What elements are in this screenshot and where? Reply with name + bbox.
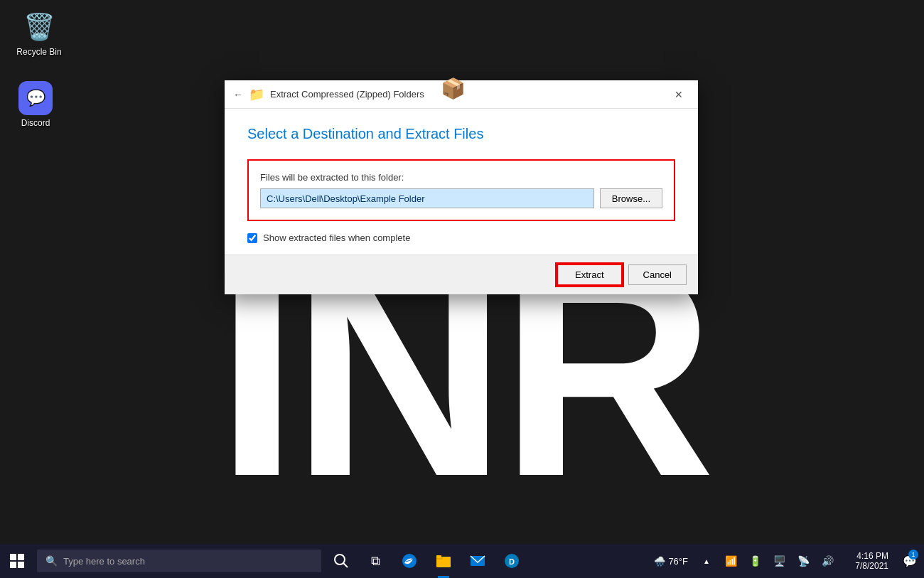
tray-battery[interactable]: 🔋 xyxy=(743,544,766,578)
show-extracted-label: Show extracted files when complete xyxy=(263,232,410,243)
taskbar-task-view[interactable]: ⧉ xyxy=(358,544,392,578)
svg-text:D: D xyxy=(509,557,515,566)
search-icon: 🔍 xyxy=(45,555,58,567)
system-tray: 🌧️ 76°F ▲ 📶 🔋 🖥️ 📡 🔊 4:16 PM 7/8/2021 💬 … xyxy=(648,544,924,578)
taskbar-file-explorer[interactable] xyxy=(426,544,461,578)
extract-dialog: ← 📁 Extract Compressed (Zipped) Folders … xyxy=(225,80,698,294)
path-input[interactable] xyxy=(260,188,594,208)
search-placeholder: Type here to search xyxy=(63,556,145,567)
recycle-bin-icon[interactable]: 🗑️ Recycle Bin xyxy=(11,7,68,60)
search-bar[interactable]: 🔍 Type here to search xyxy=(37,550,321,572)
folder-zip-icon: 📁 xyxy=(249,87,264,102)
notification-badge: 1 xyxy=(908,550,918,560)
discord-label: Discord xyxy=(21,118,50,128)
tray-network[interactable]: 📶 xyxy=(719,544,742,578)
recycle-bin-image: 🗑️ xyxy=(22,10,56,44)
close-button[interactable]: ✕ xyxy=(668,84,689,105)
extract-button[interactable]: Extract xyxy=(557,264,622,286)
taskbar-search-app[interactable] xyxy=(324,544,358,578)
notification-button[interactable]: 💬 1 xyxy=(898,544,921,578)
extract-path-box: Files will be extracted to this folder: … xyxy=(247,159,675,221)
discord-desktop-icon[interactable]: 💬 Discord xyxy=(7,78,64,131)
clock-time: 4:16 PM xyxy=(856,551,888,561)
recycle-bin-label: Recycle Bin xyxy=(16,47,61,57)
dialog-content: Select a Destination and Extract Files F… xyxy=(225,109,698,255)
cancel-button[interactable]: Cancel xyxy=(628,264,687,285)
desktop: INR 🗑️ Recycle Bin 💬 Discord 📦 ← 📁 Extra… xyxy=(0,0,924,578)
tray-display[interactable]: 🖥️ xyxy=(768,544,790,578)
show-extracted-row: Show extracted files when complete xyxy=(247,232,675,243)
weather-temp: 76°F xyxy=(668,556,688,567)
taskbar-dell[interactable]: D xyxy=(495,544,529,578)
show-extracted-checkbox[interactable] xyxy=(247,233,257,243)
dialog-footer: Extract Cancel xyxy=(225,255,698,294)
clock[interactable]: 4:16 PM 7/8/2021 xyxy=(840,544,897,578)
svg-rect-1 xyxy=(18,554,24,560)
taskbar-edge[interactable] xyxy=(392,544,426,578)
tray-wifi[interactable]: 📡 xyxy=(792,544,815,578)
back-arrow-icon[interactable]: ← xyxy=(233,89,243,100)
svg-rect-2 xyxy=(10,562,16,568)
taskbar-pinned: ⧉ xyxy=(324,544,529,578)
taskbar-mail[interactable] xyxy=(461,544,495,578)
tray-chevron[interactable]: ▲ xyxy=(695,544,718,578)
browse-button[interactable]: Browse... xyxy=(600,188,662,208)
dialog-heading: Select a Destination and Extract Files xyxy=(247,126,675,142)
tray-volume[interactable]: 🔊 xyxy=(816,544,839,578)
dialog-title: Extract Compressed (Zipped) Folders xyxy=(270,89,424,100)
zip-file-icon: 📦 xyxy=(441,77,466,100)
titlebar-left: ← 📁 Extract Compressed (Zipped) Folders xyxy=(233,87,424,102)
weather-widget[interactable]: 🌧️ 76°F xyxy=(648,544,694,578)
clock-date: 7/8/2021 xyxy=(855,561,888,571)
discord-image: 💬 xyxy=(18,81,53,115)
svg-point-4 xyxy=(335,555,345,564)
start-button[interactable] xyxy=(0,544,34,578)
extract-label: Files will be extracted to this folder: xyxy=(260,172,662,183)
svg-rect-9 xyxy=(436,555,441,558)
weather-icon: 🌧️ xyxy=(654,556,665,567)
taskbar: 🔍 Type here to search ⧉ xyxy=(0,544,924,578)
svg-line-5 xyxy=(343,563,348,567)
svg-rect-0 xyxy=(10,554,16,560)
path-row: Browse... xyxy=(260,188,662,208)
svg-rect-3 xyxy=(18,562,24,568)
